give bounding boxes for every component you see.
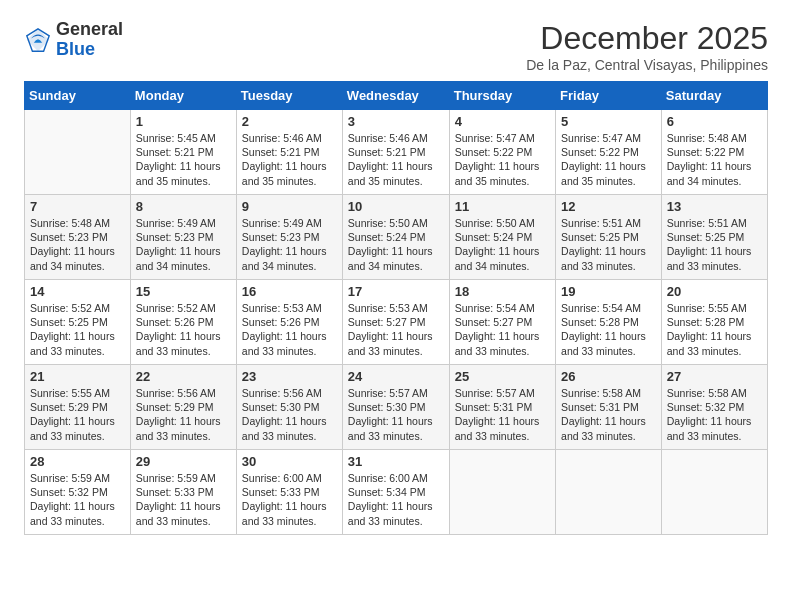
day-number: 8 [136, 199, 231, 214]
day-info: Sunrise: 5:50 AMSunset: 5:24 PMDaylight:… [455, 216, 550, 273]
day-number: 10 [348, 199, 444, 214]
day-info: Sunrise: 5:57 AMSunset: 5:31 PMDaylight:… [455, 386, 550, 443]
calendar-cell: 28Sunrise: 5:59 AMSunset: 5:32 PMDayligh… [25, 450, 131, 535]
calendar-cell: 14Sunrise: 5:52 AMSunset: 5:25 PMDayligh… [25, 280, 131, 365]
calendar-cell: 9Sunrise: 5:49 AMSunset: 5:23 PMDaylight… [236, 195, 342, 280]
calendar-week-row: 1Sunrise: 5:45 AMSunset: 5:21 PMDaylight… [25, 110, 768, 195]
header: General Blue December 2025 De la Paz, Ce… [24, 20, 768, 73]
day-info: Sunrise: 5:56 AMSunset: 5:29 PMDaylight:… [136, 386, 231, 443]
day-number: 25 [455, 369, 550, 384]
month-title: December 2025 [526, 20, 768, 57]
day-number: 31 [348, 454, 444, 469]
calendar-cell: 23Sunrise: 5:56 AMSunset: 5:30 PMDayligh… [236, 365, 342, 450]
day-info: Sunrise: 5:59 AMSunset: 5:32 PMDaylight:… [30, 471, 125, 528]
day-info: Sunrise: 5:57 AMSunset: 5:30 PMDaylight:… [348, 386, 444, 443]
logo: General Blue [24, 20, 123, 60]
calendar-cell: 8Sunrise: 5:49 AMSunset: 5:23 PMDaylight… [130, 195, 236, 280]
logo-general-text: General [56, 20, 123, 40]
day-info: Sunrise: 5:59 AMSunset: 5:33 PMDaylight:… [136, 471, 231, 528]
day-number: 12 [561, 199, 656, 214]
day-number: 13 [667, 199, 762, 214]
day-info: Sunrise: 5:51 AMSunset: 5:25 PMDaylight:… [667, 216, 762, 273]
day-info: Sunrise: 5:47 AMSunset: 5:22 PMDaylight:… [561, 131, 656, 188]
calendar-cell: 4Sunrise: 5:47 AMSunset: 5:22 PMDaylight… [449, 110, 555, 195]
day-number: 24 [348, 369, 444, 384]
calendar-week-row: 14Sunrise: 5:52 AMSunset: 5:25 PMDayligh… [25, 280, 768, 365]
calendar-week-row: 21Sunrise: 5:55 AMSunset: 5:29 PMDayligh… [25, 365, 768, 450]
calendar-cell: 19Sunrise: 5:54 AMSunset: 5:28 PMDayligh… [556, 280, 662, 365]
day-number: 16 [242, 284, 337, 299]
day-info: Sunrise: 5:45 AMSunset: 5:21 PMDaylight:… [136, 131, 231, 188]
logo-blue-text: Blue [56, 40, 123, 60]
calendar-cell [556, 450, 662, 535]
day-info: Sunrise: 5:52 AMSunset: 5:26 PMDaylight:… [136, 301, 231, 358]
day-number: 26 [561, 369, 656, 384]
calendar-cell: 22Sunrise: 5:56 AMSunset: 5:29 PMDayligh… [130, 365, 236, 450]
calendar-cell: 29Sunrise: 5:59 AMSunset: 5:33 PMDayligh… [130, 450, 236, 535]
day-info: Sunrise: 6:00 AMSunset: 5:34 PMDaylight:… [348, 471, 444, 528]
day-number: 7 [30, 199, 125, 214]
calendar-cell: 11Sunrise: 5:50 AMSunset: 5:24 PMDayligh… [449, 195, 555, 280]
day-number: 9 [242, 199, 337, 214]
day-info: Sunrise: 5:58 AMSunset: 5:32 PMDaylight:… [667, 386, 762, 443]
day-number: 17 [348, 284, 444, 299]
calendar-cell: 24Sunrise: 5:57 AMSunset: 5:30 PMDayligh… [342, 365, 449, 450]
calendar-week-row: 7Sunrise: 5:48 AMSunset: 5:23 PMDaylight… [25, 195, 768, 280]
calendar-cell: 12Sunrise: 5:51 AMSunset: 5:25 PMDayligh… [556, 195, 662, 280]
day-number: 3 [348, 114, 444, 129]
day-number: 28 [30, 454, 125, 469]
calendar-cell: 18Sunrise: 5:54 AMSunset: 5:27 PMDayligh… [449, 280, 555, 365]
column-header-thursday: Thursday [449, 82, 555, 110]
day-info: Sunrise: 5:46 AMSunset: 5:21 PMDaylight:… [242, 131, 337, 188]
title-area: December 2025 De la Paz, Central Visayas… [526, 20, 768, 73]
day-info: Sunrise: 5:47 AMSunset: 5:22 PMDaylight:… [455, 131, 550, 188]
day-info: Sunrise: 5:53 AMSunset: 5:27 PMDaylight:… [348, 301, 444, 358]
day-info: Sunrise: 5:58 AMSunset: 5:31 PMDaylight:… [561, 386, 656, 443]
day-number: 27 [667, 369, 762, 384]
day-info: Sunrise: 5:56 AMSunset: 5:30 PMDaylight:… [242, 386, 337, 443]
calendar-cell: 25Sunrise: 5:57 AMSunset: 5:31 PMDayligh… [449, 365, 555, 450]
calendar-cell: 1Sunrise: 5:45 AMSunset: 5:21 PMDaylight… [130, 110, 236, 195]
logo-icon [24, 26, 52, 54]
calendar-cell: 27Sunrise: 5:58 AMSunset: 5:32 PMDayligh… [661, 365, 767, 450]
calendar-cell: 20Sunrise: 5:55 AMSunset: 5:28 PMDayligh… [661, 280, 767, 365]
day-info: Sunrise: 5:46 AMSunset: 5:21 PMDaylight:… [348, 131, 444, 188]
calendar-cell: 16Sunrise: 5:53 AMSunset: 5:26 PMDayligh… [236, 280, 342, 365]
calendar-cell: 17Sunrise: 5:53 AMSunset: 5:27 PMDayligh… [342, 280, 449, 365]
day-number: 18 [455, 284, 550, 299]
calendar-cell [661, 450, 767, 535]
day-number: 15 [136, 284, 231, 299]
column-header-sunday: Sunday [25, 82, 131, 110]
day-number: 30 [242, 454, 337, 469]
column-header-monday: Monday [130, 82, 236, 110]
day-number: 6 [667, 114, 762, 129]
column-header-friday: Friday [556, 82, 662, 110]
day-info: Sunrise: 5:48 AMSunset: 5:23 PMDaylight:… [30, 216, 125, 273]
day-number: 2 [242, 114, 337, 129]
day-info: Sunrise: 5:53 AMSunset: 5:26 PMDaylight:… [242, 301, 337, 358]
calendar-header-row: SundayMondayTuesdayWednesdayThursdayFrid… [25, 82, 768, 110]
calendar-cell: 30Sunrise: 6:00 AMSunset: 5:33 PMDayligh… [236, 450, 342, 535]
day-info: Sunrise: 5:54 AMSunset: 5:27 PMDaylight:… [455, 301, 550, 358]
calendar-week-row: 28Sunrise: 5:59 AMSunset: 5:32 PMDayligh… [25, 450, 768, 535]
day-info: Sunrise: 5:54 AMSunset: 5:28 PMDaylight:… [561, 301, 656, 358]
calendar-cell [25, 110, 131, 195]
column-header-tuesday: Tuesday [236, 82, 342, 110]
calendar-cell: 21Sunrise: 5:55 AMSunset: 5:29 PMDayligh… [25, 365, 131, 450]
day-info: Sunrise: 5:52 AMSunset: 5:25 PMDaylight:… [30, 301, 125, 358]
day-number: 11 [455, 199, 550, 214]
day-number: 4 [455, 114, 550, 129]
calendar-cell: 3Sunrise: 5:46 AMSunset: 5:21 PMDaylight… [342, 110, 449, 195]
calendar-cell: 13Sunrise: 5:51 AMSunset: 5:25 PMDayligh… [661, 195, 767, 280]
calendar-cell: 10Sunrise: 5:50 AMSunset: 5:24 PMDayligh… [342, 195, 449, 280]
day-info: Sunrise: 5:51 AMSunset: 5:25 PMDaylight:… [561, 216, 656, 273]
day-info: Sunrise: 5:49 AMSunset: 5:23 PMDaylight:… [242, 216, 337, 273]
calendar-cell: 15Sunrise: 5:52 AMSunset: 5:26 PMDayligh… [130, 280, 236, 365]
day-number: 22 [136, 369, 231, 384]
day-info: Sunrise: 5:48 AMSunset: 5:22 PMDaylight:… [667, 131, 762, 188]
day-number: 19 [561, 284, 656, 299]
calendar-cell: 6Sunrise: 5:48 AMSunset: 5:22 PMDaylight… [661, 110, 767, 195]
calendar-cell: 31Sunrise: 6:00 AMSunset: 5:34 PMDayligh… [342, 450, 449, 535]
day-info: Sunrise: 5:49 AMSunset: 5:23 PMDaylight:… [136, 216, 231, 273]
day-info: Sunrise: 5:55 AMSunset: 5:28 PMDaylight:… [667, 301, 762, 358]
